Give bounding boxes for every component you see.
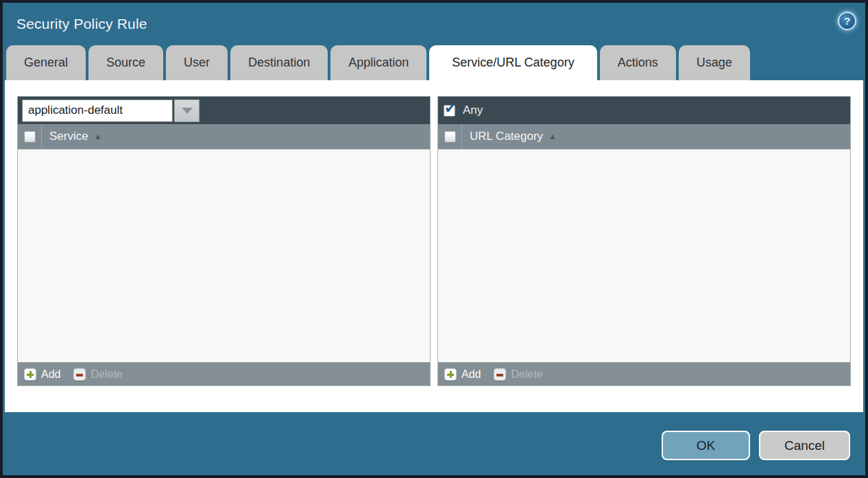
any-checkbox[interactable]: ✔: [444, 105, 455, 117]
dialog-action-bar: OK Cancel: [3, 412, 865, 460]
minus-icon: [73, 368, 86, 381]
service-column-header[interactable]: Service ▲: [42, 130, 102, 143]
service-panel: application-default Service ▲: [17, 96, 431, 386]
plus-icon: [444, 368, 457, 381]
tab-content: application-default Service ▲: [5, 80, 863, 412]
plus-icon: [24, 368, 36, 381]
service-add-button[interactable]: Add: [24, 368, 60, 381]
service-add-label: Add: [41, 368, 60, 381]
sort-ascending-icon[interactable]: ▲: [548, 132, 557, 141]
service-column-label: Service: [49, 130, 88, 143]
ok-button[interactable]: OK: [662, 431, 750, 460]
url-category-select-all-cell: [438, 131, 461, 143]
service-panel-footer: Add Delete: [18, 362, 430, 385]
any-label: Any: [463, 104, 483, 117]
url-category-add-button[interactable]: Add: [444, 368, 481, 381]
service-delete-button[interactable]: Delete: [73, 368, 122, 381]
service-mode-dropdown[interactable]: application-default: [22, 99, 200, 122]
service-panel-topbar: application-default: [18, 97, 430, 124]
service-list[interactable]: [18, 150, 430, 362]
tab-application[interactable]: Application: [330, 45, 426, 80]
tab-actions[interactable]: Actions: [600, 45, 676, 80]
dialog-title: Security Policy Rule: [16, 16, 147, 32]
cancel-button[interactable]: Cancel: [759, 431, 850, 460]
url-category-list[interactable]: [438, 150, 850, 362]
url-category-select-all-checkbox[interactable]: [444, 131, 456, 143]
security-policy-rule-dialog: Security Policy Rule ? General Source Us…: [0, 0, 868, 478]
minus-icon: [494, 368, 506, 381]
tab-destination[interactable]: Destination: [230, 45, 328, 80]
tab-source[interactable]: Source: [88, 45, 163, 80]
service-select-all-checkbox[interactable]: [24, 131, 36, 143]
tab-bar: General Source User Destination Applicat…: [3, 45, 865, 80]
help-icon[interactable]: ?: [838, 12, 856, 30]
sort-ascending-icon[interactable]: ▲: [94, 132, 102, 141]
url-category-column-header-row: URL Category ▲: [438, 124, 850, 150]
service-delete-label: Delete: [91, 368, 122, 381]
url-category-delete-button[interactable]: Delete: [494, 368, 542, 381]
url-category-add-label: Add: [461, 368, 481, 381]
help-glyph: ?: [844, 15, 850, 27]
tab-user[interactable]: User: [166, 45, 228, 80]
tab-usage[interactable]: Usage: [679, 45, 750, 80]
service-column-header-row: Service ▲: [18, 124, 430, 150]
service-mode-value[interactable]: application-default: [22, 99, 173, 122]
url-category-panel-topbar: ✔ Any: [438, 97, 850, 124]
url-category-panel-footer: Add Delete: [438, 362, 850, 385]
any-checkbox-row[interactable]: ✔ Any: [442, 104, 483, 117]
dropdown-arrow-glyph: [182, 108, 193, 114]
url-category-delete-label: Delete: [511, 368, 542, 381]
tab-service-url-category[interactable]: Service/URL Category: [429, 45, 596, 80]
service-select-all-cell: [18, 131, 41, 143]
dialog-titlebar: Security Policy Rule ?: [3, 3, 865, 45]
tab-general[interactable]: General: [6, 45, 86, 80]
url-category-column-header[interactable]: URL Category ▲: [462, 130, 557, 143]
checkmark-icon: ✔: [444, 101, 457, 115]
chevron-down-icon[interactable]: [174, 99, 200, 122]
url-category-panel: ✔ Any URL Category ▲ Add: [437, 96, 851, 386]
url-category-column-label: URL Category: [470, 130, 543, 143]
